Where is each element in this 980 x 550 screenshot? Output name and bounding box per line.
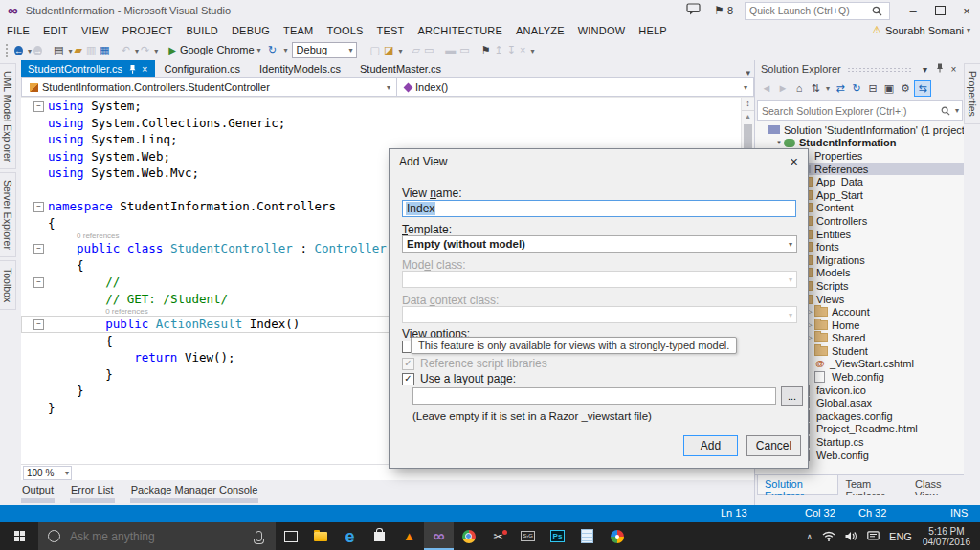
- sync-with-active-document-icon[interactable]: ⇆: [914, 80, 931, 97]
- action-center-icon[interactable]: [867, 531, 880, 541]
- maximize-button[interactable]: [926, 0, 953, 21]
- next-bookmark-icon[interactable]: ↧: [507, 44, 516, 55]
- bottom-tab-output[interactable]: Output: [21, 483, 55, 503]
- photoshop-icon[interactable]: Ps: [543, 522, 572, 550]
- dialog-title-bar[interactable]: Add View ×: [390, 149, 808, 174]
- wifi-icon[interactable]: [822, 531, 835, 541]
- collapse-all-icon[interactable]: ⊟: [865, 82, 880, 95]
- fold-margin[interactable]: −: [21, 98, 48, 115]
- language-indicator[interactable]: ENG: [889, 531, 912, 542]
- view-name-input[interactable]: Index: [402, 200, 796, 217]
- fold-margin[interactable]: −: [21, 198, 48, 215]
- prev-bookmark-icon[interactable]: ↥: [495, 44, 503, 55]
- side-tab-properties[interactable]: Properties: [964, 63, 980, 124]
- pending-changes-filter-icon[interactable]: ⇄: [833, 82, 848, 95]
- notifications-button[interactable]: ⚑ 8: [714, 4, 733, 17]
- pin-icon[interactable]: [932, 63, 947, 75]
- menu-item-architecture[interactable]: ARCHITECTURE: [411, 25, 509, 36]
- edge-icon[interactable]: e: [335, 522, 365, 550]
- notepad-icon[interactable]: [572, 522, 602, 550]
- microphone-icon[interactable]: [256, 531, 266, 541]
- file-explorer-icon[interactable]: [305, 522, 335, 550]
- type-navigation-dropdown[interactable]: StudentInformation.Controllers.StudentCo…: [22, 78, 397, 96]
- solution-search-input[interactable]: [758, 104, 941, 118]
- back-icon[interactable]: ◄: [759, 82, 774, 94]
- fold-margin[interactable]: −: [21, 274, 48, 291]
- fold-margin[interactable]: −: [21, 240, 48, 257]
- browse-button[interactable]: ...: [781, 386, 803, 406]
- collapse-icon[interactable]: −: [33, 101, 44, 112]
- document-list-dropdown-icon[interactable]: ▾: [746, 68, 754, 77]
- undo-icon[interactable]: ↶: [122, 44, 130, 55]
- overflow-icon[interactable]: ▾: [398, 47, 402, 55]
- collapse-icon[interactable]: −: [33, 244, 44, 254]
- code-line[interactable]: using System.Collections.Generic;: [21, 115, 754, 132]
- uncomment-icon[interactable]: ▭: [459, 44, 469, 55]
- panel-drag-area[interactable]: [847, 67, 912, 72]
- pin-icon[interactable]: [129, 65, 136, 74]
- find-icon[interactable]: ◪: [384, 44, 393, 55]
- quick-launch-input[interactable]: [746, 5, 872, 17]
- menu-item-window[interactable]: WINDOW: [571, 25, 632, 36]
- taskbar-search-input[interactable]: [68, 529, 256, 544]
- close-button[interactable]: ×: [953, 0, 980, 21]
- collapse-icon[interactable]: −: [33, 319, 44, 330]
- tree-item-solution-studentinformation-1-project[interactable]: Solution 'StudentInformation' (1 project…: [755, 123, 965, 137]
- chrome-icon[interactable]: [454, 522, 483, 550]
- bottom-tab-package-manager-console[interactable]: Package Manager Console: [130, 483, 259, 503]
- visual-studio-icon[interactable]: ∞: [424, 522, 454, 550]
- menu-item-test[interactable]: TEST: [370, 25, 412, 36]
- menu-item-file[interactable]: FILE: [0, 25, 36, 36]
- nav-backward-icon[interactable]: ←: [14, 46, 23, 55]
- paint-icon[interactable]: [602, 522, 632, 550]
- bookmark-icon[interactable]: ⚑: [481, 44, 491, 55]
- panel-tab-team-explorer[interactable]: Team Explorer: [838, 475, 908, 495]
- switch-views-icon[interactable]: ⇅: [808, 82, 823, 95]
- expand-arrow-icon[interactable]: ▾: [774, 139, 784, 146]
- fold-margin[interactable]: −: [21, 316, 48, 333]
- new-file-icon[interactable]: ▤: [54, 44, 63, 55]
- tab-identitymodels-cs[interactable]: IdentityModels.cs: [250, 60, 350, 77]
- menu-item-help[interactable]: HELP: [632, 25, 674, 36]
- menu-item-build[interactable]: BUILD: [180, 25, 225, 36]
- bottom-tab-error-list[interactable]: Error List: [70, 483, 115, 503]
- cancel-button[interactable]: Cancel: [746, 435, 801, 456]
- menu-item-debug[interactable]: DEBUG: [225, 25, 277, 36]
- menu-item-analyze[interactable]: ANALYZE: [509, 25, 571, 36]
- close-icon[interactable]: ×: [947, 64, 961, 75]
- menu-item-team[interactable]: TEAM: [277, 25, 320, 36]
- tab-studentcontroller-cs[interactable]: StudentController.cs×: [21, 60, 155, 77]
- nav-forward-icon[interactable]: →: [33, 46, 42, 55]
- splitter-handle[interactable]: ↕: [742, 98, 754, 111]
- properties-icon[interactable]: ⚙: [898, 82, 913, 95]
- start-debugging-button[interactable]: ▶ Google Chrome ▾: [168, 44, 260, 55]
- collapse-icon[interactable]: −: [33, 202, 44, 212]
- hidden-icons-chevron[interactable]: ∧: [807, 532, 813, 541]
- save-all-icon[interactable]: ▦: [100, 44, 109, 55]
- menu-item-tools[interactable]: TOOLS: [320, 25, 369, 36]
- tab-configuration-cs[interactable]: Configuration.cs: [155, 60, 251, 77]
- attach-process-icon[interactable]: ▢: [370, 44, 380, 55]
- save-icon[interactable]: ▥: [86, 44, 96, 55]
- open-file-icon[interactable]: ▰: [74, 44, 81, 55]
- template-dropdown[interactable]: Empty (without model) ▾: [402, 235, 797, 253]
- clock[interactable]: 5:16 PM 04/07/2016: [923, 526, 970, 547]
- layout-page-input[interactable]: [412, 387, 776, 405]
- snipping-tool-icon[interactable]: ✂: [483, 522, 513, 550]
- comment-icon[interactable]: ▬: [445, 44, 456, 55]
- tab-studentmaster-cs[interactable]: StudentMaster.cs: [350, 60, 451, 77]
- collapse-icon[interactable]: −: [33, 277, 44, 288]
- home-icon[interactable]: ⌂: [791, 82, 807, 94]
- zoom-dropdown[interactable]: 100 % ▾: [23, 466, 72, 480]
- redo-icon[interactable]: ↷: [141, 44, 149, 55]
- solution-configuration-dropdown[interactable]: Debug ▾: [292, 42, 357, 58]
- start-button[interactable]: [0, 522, 38, 550]
- refresh-icon[interactable]: ↻: [266, 44, 279, 56]
- clear-bookmarks-icon[interactable]: ×: [520, 44, 525, 55]
- menu-item-edit[interactable]: EDIT: [36, 25, 75, 36]
- scroll-up-icon[interactable]: ▲: [742, 111, 754, 121]
- side-tab-uml-model-explorer[interactable]: UML Model Explorer: [0, 63, 16, 169]
- feedback-icon[interactable]: [686, 3, 701, 18]
- scope-icon[interactable]: ▱: [412, 44, 419, 55]
- screen-recorder-icon[interactable]: S›G: [513, 522, 543, 550]
